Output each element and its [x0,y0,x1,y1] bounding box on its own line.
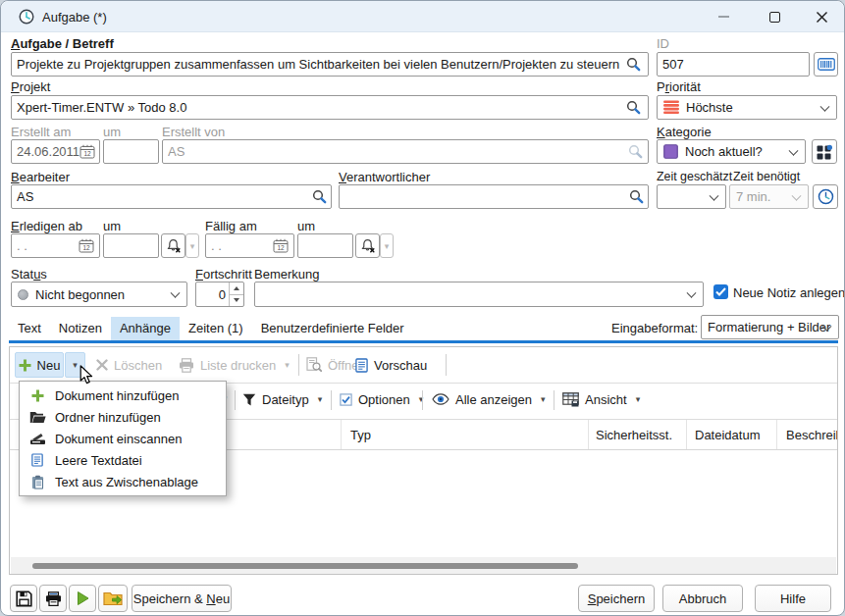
reminder-dropdown-button[interactable]: ▾ [380,233,394,258]
erstellt-am-value: 24.06.2011 [17,144,79,159]
save-icon-button[interactable] [10,585,37,612]
search-icon[interactable] [312,189,327,204]
vorschau-button[interactable]: Vorschau [355,352,427,378]
column-header-dateidatum[interactable]: Dateidatum [695,428,760,442]
tab-benutzerdefinierte-felder[interactable]: Benutzerdefinierte Felder [252,317,413,340]
neue-notiz-label: Neue Notiz anlegen [733,285,845,300]
ansicht-button[interactable]: Ansicht ▾ [562,387,640,411]
plus-icon [28,389,46,402]
kategorie-select[interactable]: Noch aktuell? [657,139,806,164]
menu-item-leere-textdatei[interactable]: Leere Textdatei [20,449,226,471]
status-label: Status [11,267,47,282]
abbruch-button[interactable]: Abbruch [662,585,743,612]
speichern-button[interactable]: Speichern [578,585,655,612]
menu-item-text-aus-zwischenablage[interactable]: Text aus Zwischenablage [20,471,226,492]
calendar-icon[interactable] [79,238,94,253]
minimize-button[interactable] [700,1,747,32]
printer-icon [179,358,194,373]
speichern-und-neu-button[interactable]: Speichern & Neu [132,585,232,612]
column-separator [341,420,342,449]
search-icon[interactable] [629,189,644,204]
prioritaet-select[interactable]: Höchste [657,95,837,120]
print-icon-button[interactable] [39,585,67,612]
verantwortlicher-input[interactable] [339,184,649,209]
menu-item-dokument-hinzufuegen[interactable]: Dokument hinzufügen [20,385,226,406]
dropdown-arrow-icon: ▾ [636,394,641,404]
fortschritt-spinner[interactable]: 0 [195,282,244,307]
faellig-am-date-field[interactable]: . . [205,233,294,258]
reminder-off-bell-icon[interactable] [355,233,380,258]
erstellt-am-label: Erstellt am [11,125,71,139]
column-header-beschreibung[interactable]: Beschreibung [786,428,838,442]
zeit-geschaetzt-select[interactable] [657,184,726,209]
horizontal-scrollbar[interactable] [11,557,836,574]
column-separator [776,420,777,449]
category-color-icon [663,144,678,159]
tab-notizen[interactable]: Notizen [50,317,111,340]
erstellt-von-field [162,139,649,164]
tab-anhaenge[interactable]: Anhänge [111,317,180,340]
status-select[interactable]: Nicht begonnen [11,282,187,307]
search-icon[interactable] [626,100,641,115]
delete-x-icon [96,359,108,371]
neu-button[interactable]: Neu [15,352,64,378]
aufgabe-betreff-input[interactable] [11,52,649,77]
category-manager-button[interactable] [812,139,837,164]
dropdown-arrow-icon: ▾ [318,394,323,404]
column-header-sicherheitsst[interactable]: Sicherheitsst. [596,428,672,442]
toolbar-separator [422,390,423,410]
toolbar-separator [554,390,555,410]
menu-item-ordner-hinzufuegen[interactable]: Ordner hinzufügen [20,406,226,428]
chevron-down-icon [171,288,181,298]
close-button[interactable] [798,1,845,32]
alle-anzeigen-button[interactable]: Alle anzeigen ▾ [432,387,546,411]
maximize-button[interactable] [751,1,798,32]
barcode-button[interactable] [814,52,838,77]
reminder-off-bell-icon[interactable] [161,233,185,258]
column-header-typ[interactable]: Typ [350,428,371,442]
bemerkung-combo[interactable] [254,282,704,307]
export-folder-icon-button[interactable] [98,585,128,612]
neue-notiz-checkbox[interactable] [713,284,728,299]
eingabeformat-select[interactable]: Formatierung + Bilder [701,315,839,339]
hilfe-button[interactable]: Hilfe [755,585,831,612]
id-input[interactable] [657,52,810,77]
scrollbar-thumb[interactable] [32,563,578,569]
um-erstellt-field [103,139,159,164]
erledigen-ab-date-field[interactable]: . . [11,233,100,258]
search-icon[interactable] [626,57,641,72]
faellig-am-label: Fällig am [205,219,257,233]
prioritaet-value: Höchste [686,100,733,115]
eye-icon [432,393,449,405]
plus-icon [19,359,31,372]
start-timer-icon-button[interactable] [69,585,96,612]
chevron-down-icon [687,288,697,298]
erledigen-ab-label: Erledigen ab [11,219,82,233]
open-document-icon [306,357,322,373]
dropdown-arrow-icon: ▾ [73,360,78,370]
loeschen-button: Löschen [96,352,162,378]
column-separator [588,420,589,449]
mouse-cursor-icon [79,365,93,385]
dateityp-filter-button[interactable]: Dateityp ▾ [242,387,322,411]
eingabeformat-value: Formatierung + Bilder [708,320,830,334]
um-faellig-input[interactable] [297,233,353,258]
reminder-dropdown-button[interactable]: ▾ [185,233,199,258]
prioritaet-label: Priorität [657,79,701,94]
bearbeiter-input[interactable] [11,184,332,209]
tab-zeiten[interactable]: Zeiten (1) [180,317,252,340]
menu-item-dokument-einscannen[interactable]: Dokument einscannen [20,428,226,449]
neu-dropdown-menu: Dokument hinzufügen Ordner hinzufügen Do… [19,381,227,496]
clipboard-icon [28,475,46,489]
tab-text[interactable]: Text [9,317,50,340]
time-tracking-button[interactable] [813,184,838,209]
projekt-input[interactable] [11,95,649,120]
fortschritt-label: Fortschritt [195,267,252,282]
um-erledigen-input[interactable] [103,233,159,258]
detail-tabs: Text Notizen Anhänge Zeiten (1) Benutzer… [9,317,413,340]
optionen-button[interactable]: Optionen ▾ [340,387,423,411]
spin-up-button[interactable] [230,282,243,295]
dropdown-arrow-icon: ▾ [285,360,290,370]
calendar-icon[interactable] [273,238,289,253]
spin-down-button[interactable] [230,295,243,307]
